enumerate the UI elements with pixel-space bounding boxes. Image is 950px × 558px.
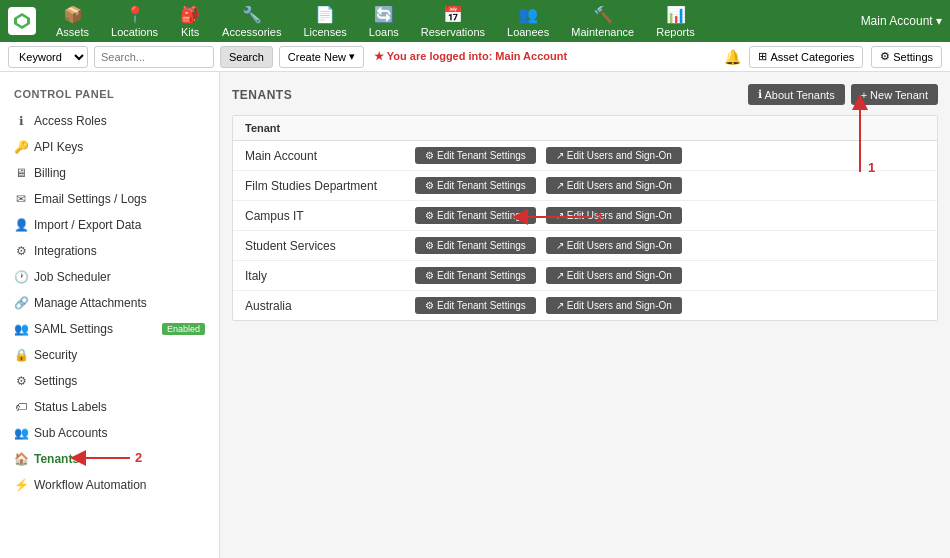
nav-item-kits[interactable]: 🎒 Kits <box>170 1 210 42</box>
tenant-name: Campus IT <box>245 209 405 223</box>
sidebar-item-manage-attachments[interactable]: 🔗 Manage Attachments <box>0 290 219 316</box>
search-input[interactable] <box>94 46 214 68</box>
about-tenants-button[interactable]: ℹ About Tenants <box>748 84 845 105</box>
tenant-name: Film Studies Department <box>245 179 405 193</box>
edit-users-button[interactable]: ↗ Edit Users and Sign-On <box>546 267 682 284</box>
table-row: Main Account ⚙ Edit Tenant Settings ↗ Ed… <box>233 141 937 171</box>
table-header: Tenant <box>233 116 937 141</box>
tenants-icon: 🏠 <box>14 452 28 466</box>
workflow-icon: ⚡ <box>14 478 28 492</box>
sidebar-item-saml-settings[interactable]: 👥 SAML Settings Enabled <box>0 316 219 342</box>
edit-tenant-settings-button[interactable]: ⚙ Edit Tenant Settings <box>415 177 536 194</box>
sidebar-item-access-roles[interactable]: ℹ Access Roles <box>0 108 219 134</box>
sidebar-item-tenants[interactable]: 🏠 Tenants 2 <box>0 446 219 472</box>
external-icon: ↗ <box>556 270 564 281</box>
bell-icon[interactable]: 🔔 <box>724 49 741 65</box>
billing-icon: 🖥 <box>14 166 28 180</box>
nav-items-list: 📦 Assets 📍 Locations 🎒 Kits 🔧 Accessorie… <box>46 1 861 42</box>
keyword-select[interactable]: Keyword <box>8 46 88 68</box>
sidebar-item-billing[interactable]: 🖥 Billing <box>0 160 219 186</box>
edit-tenant-settings-button[interactable]: ⚙ Edit Tenant Settings <box>415 207 536 224</box>
reservations-icon: 📅 <box>443 5 463 24</box>
nav-item-maintenance-label: Maintenance <box>571 26 634 38</box>
kits-icon: 🎒 <box>180 5 200 24</box>
account-menu[interactable]: Main Account ▾ <box>861 14 942 28</box>
sidebar-item-workflow-automation[interactable]: ⚡ Workflow Automation <box>0 472 219 498</box>
locations-icon: 📍 <box>125 5 145 24</box>
gear-icon: ⚙ <box>14 374 28 388</box>
nav-item-locations[interactable]: 📍 Locations <box>101 1 168 42</box>
loanees-icon: 👥 <box>518 5 538 24</box>
edit-tenant-settings-button[interactable]: ⚙ Edit Tenant Settings <box>415 267 536 284</box>
app-logo[interactable] <box>8 7 36 35</box>
table-row: Australia ⚙ Edit Tenant Settings ↗ Edit … <box>233 291 937 320</box>
integrations-icon: ⚙ <box>14 244 28 258</box>
content-area: TENANTS ℹ About Tenants + New Tenant Ten… <box>220 72 950 558</box>
sidebar-item-settings[interactable]: ⚙ Settings <box>0 368 219 394</box>
sidebar-item-import-export[interactable]: 👤 Import / Export Data <box>0 212 219 238</box>
external-icon: ↗ <box>556 300 564 311</box>
tenant-name: Student Services <box>245 239 405 253</box>
clock-icon: 🕐 <box>14 270 28 284</box>
nav-item-accessories[interactable]: 🔧 Accessories <box>212 1 291 42</box>
settings-button[interactable]: ⚙ Settings <box>871 46 942 68</box>
tag-icon: 🏷 <box>14 400 28 414</box>
asset-categories-button[interactable]: ⊞ Asset Categories <box>749 46 863 68</box>
search-button[interactable]: Search <box>220 46 273 68</box>
toolbar: Keyword Search Create New ▾ ★ You are lo… <box>0 42 950 72</box>
nav-item-reservations[interactable]: 📅 Reservations <box>411 1 495 42</box>
settings-small-icon: ⚙ <box>425 270 434 281</box>
sidebar-item-sub-accounts[interactable]: 👥 Sub Accounts <box>0 420 219 446</box>
nav-item-assets[interactable]: 📦 Assets <box>46 1 99 42</box>
edit-tenant-settings-button[interactable]: ⚙ Edit Tenant Settings <box>415 147 536 164</box>
nav-item-licenses[interactable]: 📄 Licenses <box>293 1 356 42</box>
accessories-icon: 🔧 <box>242 5 262 24</box>
header-buttons: ℹ About Tenants + New Tenant <box>748 84 938 105</box>
sidebar-item-security[interactable]: 🔒 Security <box>0 342 219 368</box>
tenant-name: Italy <box>245 269 405 283</box>
saml-icon: 👥 <box>14 322 28 336</box>
nav-item-reports[interactable]: 📊 Reports <box>646 1 705 42</box>
edit-users-button[interactable]: ↗ Edit Users and Sign-On <box>546 207 682 224</box>
settings-small-icon: ⚙ <box>425 300 434 311</box>
sidebar-item-email-settings[interactable]: ✉ Email Settings / Logs <box>0 186 219 212</box>
new-tenant-button[interactable]: + New Tenant <box>851 84 938 105</box>
edit-users-button[interactable]: ↗ Edit Users and Sign-On <box>546 237 682 254</box>
table-row: Campus IT ⚙ Edit Tenant Settings ↗ Edit … <box>233 201 937 231</box>
settings-small-icon: ⚙ <box>425 240 434 251</box>
sidebar-item-api-keys[interactable]: 🔑 API Keys <box>0 134 219 160</box>
tenant-name: Australia <box>245 299 405 313</box>
account-label: Main Account ▾ <box>861 14 942 28</box>
sidebar: CONTROL PANEL ℹ Access Roles 🔑 API Keys … <box>0 72 220 558</box>
table-row: Film Studies Department ⚙ Edit Tenant Se… <box>233 171 937 201</box>
content-header: TENANTS ℹ About Tenants + New Tenant <box>232 84 938 105</box>
table-row: Student Services ⚙ Edit Tenant Settings … <box>233 231 937 261</box>
nav-item-maintenance[interactable]: 🔨 Maintenance <box>561 1 644 42</box>
edit-tenant-settings-button[interactable]: ⚙ Edit Tenant Settings <box>415 297 536 314</box>
sidebar-item-integrations[interactable]: ⚙ Integrations <box>0 238 219 264</box>
external-icon: ↗ <box>556 240 564 251</box>
annotation-arrow-2: 2 <box>70 444 190 474</box>
attachment-icon: 🔗 <box>14 296 28 310</box>
create-new-button[interactable]: Create New ▾ <box>279 46 364 68</box>
svg-text:2: 2 <box>135 450 142 465</box>
edit-tenant-settings-button[interactable]: ⚙ Edit Tenant Settings <box>415 237 536 254</box>
nav-item-loanees[interactable]: 👥 Loanees <box>497 1 559 42</box>
nav-item-licenses-label: Licenses <box>303 26 346 38</box>
edit-users-button[interactable]: ↗ Edit Users and Sign-On <box>546 177 682 194</box>
external-icon: ↗ <box>556 180 564 191</box>
sidebar-item-job-scheduler[interactable]: 🕐 Job Scheduler <box>0 264 219 290</box>
tenant-actions: ⚙ Edit Tenant Settings ↗ Edit Users and … <box>415 237 925 254</box>
sidebar-title: CONTROL PANEL <box>0 82 219 108</box>
nav-item-loans[interactable]: 🔄 Loans <box>359 1 409 42</box>
edit-users-button[interactable]: ↗ Edit Users and Sign-On <box>546 147 682 164</box>
tenant-actions: ⚙ Edit Tenant Settings ↗ Edit Users and … <box>415 207 925 224</box>
import-icon: 👤 <box>14 218 28 232</box>
email-icon: ✉ <box>14 192 28 206</box>
edit-users-button[interactable]: ↗ Edit Users and Sign-On <box>546 297 682 314</box>
sidebar-item-status-labels[interactable]: 🏷 Status Labels <box>0 394 219 420</box>
tenants-table: Tenant Main Account ⚙ Edit Tenant Settin… <box>232 115 938 321</box>
section-title: TENANTS <box>232 88 292 102</box>
settings-small-icon: ⚙ <box>425 180 434 191</box>
tenant-name: Main Account <box>245 149 405 163</box>
